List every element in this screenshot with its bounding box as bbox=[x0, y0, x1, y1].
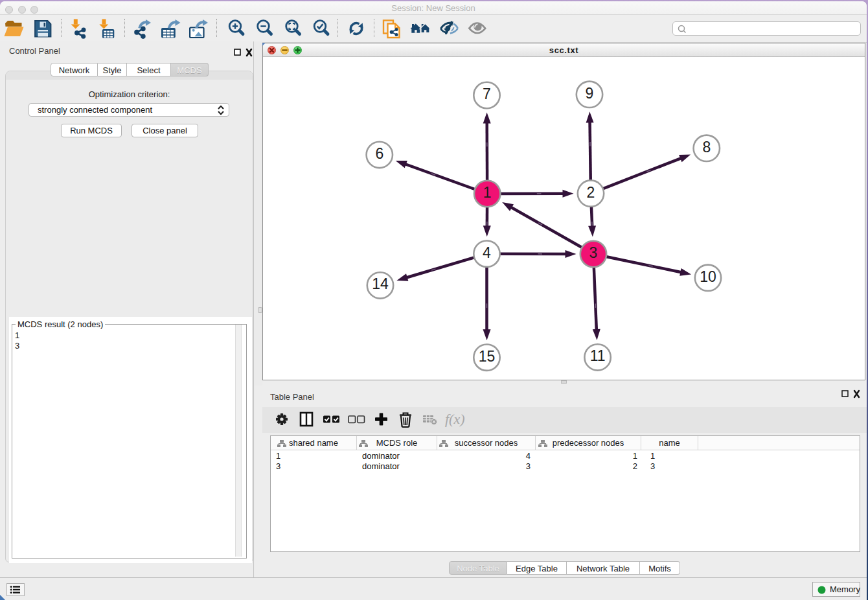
svg-text:11: 11 bbox=[590, 347, 606, 364]
svg-text:4: 4 bbox=[483, 244, 491, 261]
svg-text:2: 2 bbox=[587, 184, 595, 201]
svg-text:1: 1 bbox=[483, 184, 492, 201]
svg-text:10: 10 bbox=[700, 268, 716, 285]
svg-text:14: 14 bbox=[372, 275, 389, 292]
svg-text:9: 9 bbox=[586, 85, 594, 102]
svg-text:8: 8 bbox=[702, 139, 711, 156]
svg-text:15: 15 bbox=[479, 348, 496, 365]
svg-text:3: 3 bbox=[589, 244, 598, 261]
svg-text:6: 6 bbox=[375, 145, 383, 162]
svg-text:f(x): f(x) bbox=[445, 411, 465, 427]
svg-text:7: 7 bbox=[483, 86, 491, 102]
